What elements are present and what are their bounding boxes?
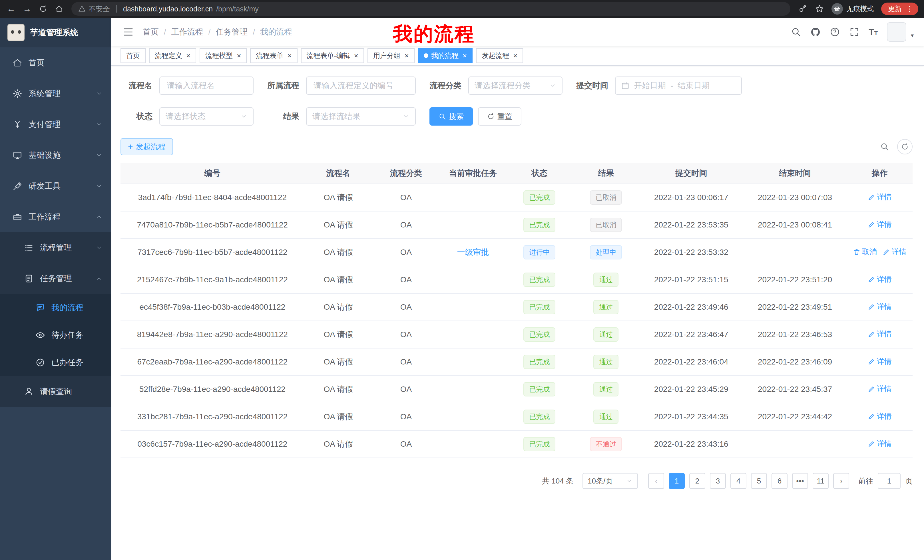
search-button[interactable]: 搜索 [429,107,473,126]
sidebar-item-leave-query[interactable]: 请假查询 [0,376,111,407]
bookmark-star-icon[interactable] [815,4,824,13]
chevron-down-icon [549,82,556,89]
view-tab[interactable]: 发起流程× [476,48,523,63]
update-button[interactable]: 更新 ⋮ [881,3,918,15]
detail-link[interactable]: 详情 [868,329,892,339]
view-tab[interactable]: 流程模型× [200,48,247,63]
row-id: 67c2eaab-7b9a-11ec-a290-acde48001122 [137,357,288,366]
reload-icon[interactable] [39,4,47,13]
create-process-button[interactable]: + 发起流程 [120,138,173,155]
sidebar-item-task-management[interactable]: 任务管理 [0,263,111,294]
sidebar-item-devtools[interactable]: 研发工具 [0,171,111,202]
process-definition-input[interactable] [306,76,416,95]
hamburger-icon[interactable] [116,27,141,37]
view-tab[interactable]: 流程表单-编辑× [301,48,364,63]
column-header-category: 流程分类 [372,163,440,184]
view-tab[interactable]: 我的流程× [418,48,472,63]
app-logo[interactable]: 芋道管理系统 [0,18,111,47]
sidebar-item-done-tasks[interactable]: 已办任务 [0,349,111,376]
forward-icon[interactable]: → [23,4,32,14]
status-tag: 已完成 [524,410,555,424]
status-tag: 进行中 [524,245,555,259]
page-button[interactable]: 4 [730,473,746,489]
prev-page-button[interactable]: ‹ [648,473,664,489]
detail-link[interactable]: 详情 [868,220,892,229]
detail-link[interactable]: 详情 [868,274,892,284]
key-icon[interactable] [798,4,807,13]
sidebar-item-workflow[interactable]: 工作流程 [0,202,111,232]
tab-close-icon[interactable]: × [354,52,358,59]
toggle-search-icon[interactable] [880,142,889,151]
process-name-input[interactable] [159,76,254,95]
status-tag: 已完成 [524,355,555,369]
breadcrumb-item[interactable]: 任务管理 [216,27,248,37]
page-button[interactable]: 5 [751,473,767,489]
tab-close-icon[interactable]: × [186,52,190,59]
github-icon[interactable] [810,27,820,37]
refresh-icon[interactable] [897,139,913,154]
page-button[interactable]: 3 [710,473,726,489]
detail-link[interactable]: 详情 [883,247,907,257]
incognito-spy-icon [831,3,843,15]
tab-close-icon[interactable]: × [405,52,409,59]
current-task-link[interactable]: 一级审批 [457,248,489,257]
next-page-button[interactable]: › [833,473,849,489]
chevron-down-icon [96,152,102,159]
table-row: 67c2eaab-7b9a-11ec-a290-acde48001122 OA … [120,348,913,376]
breadcrumb-item[interactable]: 首页 [143,27,159,37]
breadcrumb-item[interactable]: 工作流程 [171,27,203,37]
home-icon[interactable] [55,4,63,13]
tab-close-icon[interactable]: × [463,52,467,59]
detail-link[interactable]: 详情 [868,192,892,202]
page-button[interactable]: 6 [771,473,788,489]
cancel-link[interactable]: 取消 [853,247,877,257]
tab-close-icon[interactable]: × [513,52,518,59]
fullscreen-icon[interactable] [849,27,860,37]
address-bar[interactable]: 不安全 dashboard.yudao.iocoder.cn/bpm/task/… [71,2,790,16]
page-size-select[interactable]: 10条/页 [582,473,638,489]
caret-down-icon[interactable]: ▾ [911,32,914,39]
tab-close-icon[interactable]: × [287,52,291,59]
reset-button[interactable]: 重置 [478,107,521,126]
detail-link[interactable]: 详情 [868,356,892,367]
back-icon[interactable]: ← [7,4,15,14]
sidebar-item-process-management[interactable]: 流程管理 [0,232,111,263]
menu-kebab-icon[interactable]: ⋮ [906,4,913,13]
view-tab[interactable]: 用户分组× [368,48,415,63]
row-end-time: 2022-01-22 23:44:42 [758,412,832,421]
sidebar-item-payment[interactable]: 支付管理 [0,109,111,140]
sidebar-item-todo-tasks[interactable]: 待办任务 [0,321,111,349]
goto-page-input[interactable] [878,473,901,489]
page-button[interactable]: 11 [813,473,829,489]
font-size-icon[interactable]: TT [868,27,878,36]
page-button[interactable]: 2 [689,473,705,489]
sidebar-item-home[interactable]: 首页 [0,47,111,78]
date-range-picker[interactable]: 开始日期 - 结束日期 [615,76,742,95]
page-button[interactable]: ••• [792,473,808,489]
result-select[interactable]: 请选择流结果 [306,107,416,126]
detail-link[interactable]: 详情 [868,384,892,394]
chevron-up-icon [96,214,102,220]
column-header-submit-time: 提交时间 [639,163,743,184]
row-category: OA [400,248,412,257]
table-header-row: 编号 流程名 流程分类 当前审批任务 状态 结果 提交时间 结束时间 操作 [120,163,913,184]
sidebar-item-my-process[interactable]: 我的流程 [0,294,111,321]
chevron-up-icon [96,276,102,282]
search-icon[interactable] [791,27,801,37]
sidebar-item-infrastructure[interactable]: 基础设施 [0,140,111,171]
sidebar-item-system[interactable]: 系统管理 [0,78,111,109]
view-tab[interactable]: 首页 [120,48,146,63]
row-actions: 详情 [847,321,913,348]
help-icon[interactable] [830,27,840,37]
avatar[interactable] [887,22,906,42]
detail-link[interactable]: 详情 [868,439,892,449]
category-select[interactable]: 请选择流程分类 [468,76,562,95]
view-tab[interactable]: 流程定义× [149,48,196,63]
result-tag: 通过 [593,327,618,341]
tab-close-icon[interactable]: × [237,52,241,59]
detail-link[interactable]: 详情 [868,411,892,421]
view-tab[interactable]: 流程表单× [250,48,297,63]
status-select[interactable]: 请选择状态 [159,107,254,126]
detail-link[interactable]: 详情 [868,302,892,312]
page-button-current[interactable]: 1 [669,473,685,489]
